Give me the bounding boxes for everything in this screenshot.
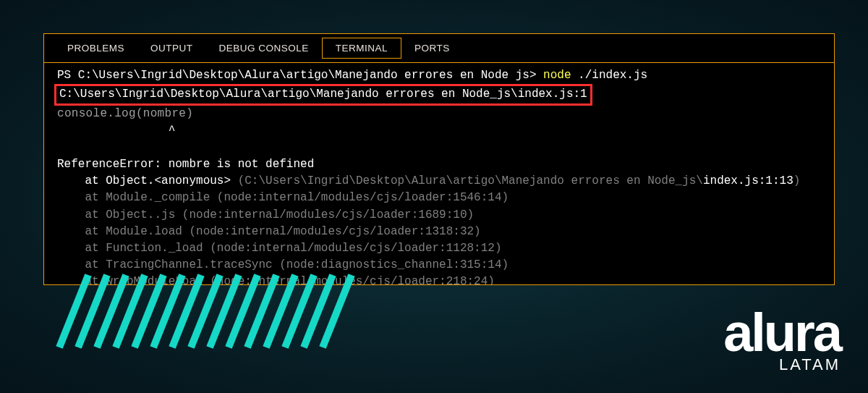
stack-frame-0b: ( <box>238 174 245 187</box>
stack-frame-2: at Object..js (node:internal/modules/cjs… <box>57 208 474 221</box>
svg-line-3 <box>116 275 145 347</box>
tab-output[interactable]: OUTPUT <box>137 38 206 58</box>
svg-line-5 <box>153 275 182 347</box>
error-title: ReferenceError: nombre is not defined <box>57 158 314 171</box>
decorative-stripes <box>52 275 363 347</box>
svg-line-14 <box>323 275 352 347</box>
tab-terminal[interactable]: TERMINAL <box>322 38 401 59</box>
stack-frame-1: at Module._compile (node:internal/module… <box>57 191 509 204</box>
logo-brand: alura <box>723 311 841 355</box>
svg-line-6 <box>172 275 201 347</box>
terminal-window: PROBLEMS OUTPUT DEBUG CONSOLE TERMINAL P… <box>43 33 835 285</box>
svg-line-0 <box>59 275 88 347</box>
stack-frame-0d: index.js:1:13 <box>703 174 793 187</box>
svg-line-7 <box>191 275 220 347</box>
svg-line-11 <box>266 275 295 347</box>
alura-logo: alura LATAM <box>723 311 841 374</box>
error-location-text: C:\Users\Ingrid\Desktop\Alura\artigo\Man… <box>59 88 587 101</box>
stack-frame-0e: ) <box>793 174 801 187</box>
svg-line-13 <box>304 275 333 347</box>
stack-frame-3: at Module.load (node:internal/modules/cj… <box>57 225 481 238</box>
svg-line-1 <box>78 275 107 347</box>
panel-tab-row: PROBLEMS OUTPUT DEBUG CONSOLE TERMINAL P… <box>44 34 834 63</box>
tab-ports[interactable]: PORTS <box>401 38 463 58</box>
svg-line-8 <box>210 275 239 347</box>
tab-problems[interactable]: PROBLEMS <box>54 38 137 58</box>
svg-line-4 <box>135 275 163 347</box>
tab-debug-console[interactable]: DEBUG CONSOLE <box>206 38 322 58</box>
stack-frame-6: at wrapModuleLoad (node:internal/modules… <box>57 275 495 285</box>
stack-frame-0a: at Object.<anonymous> <box>57 174 238 187</box>
svg-line-10 <box>247 275 276 347</box>
error-location-highlight: C:\Users\Ingrid\Desktop\Alura\artigo\Man… <box>54 84 592 106</box>
stack-frame-0c: C:\Users\Ingrid\Desktop\Alura\artigo\Man… <box>244 174 703 187</box>
shell-prompt: PS C:\Users\Ingrid\Desktop\Alura\artigo\… <box>57 69 543 82</box>
stack-frame-4: at Function._load (node:internal/modules… <box>57 242 502 255</box>
svg-line-9 <box>229 275 258 347</box>
error-caret: ^ <box>57 124 175 138</box>
shell-command-node: node <box>543 69 571 82</box>
svg-line-12 <box>285 275 314 347</box>
error-source-line: console.log(nombre) <box>57 107 193 120</box>
svg-line-2 <box>97 275 126 347</box>
shell-command-arg: ./index.js <box>571 69 648 82</box>
stack-frame-5: at TracingChannel.traceSync (node:diagno… <box>57 258 509 271</box>
terminal-output[interactable]: PS C:\Users\Ingrid\Desktop\Alura\artigo\… <box>44 63 834 285</box>
